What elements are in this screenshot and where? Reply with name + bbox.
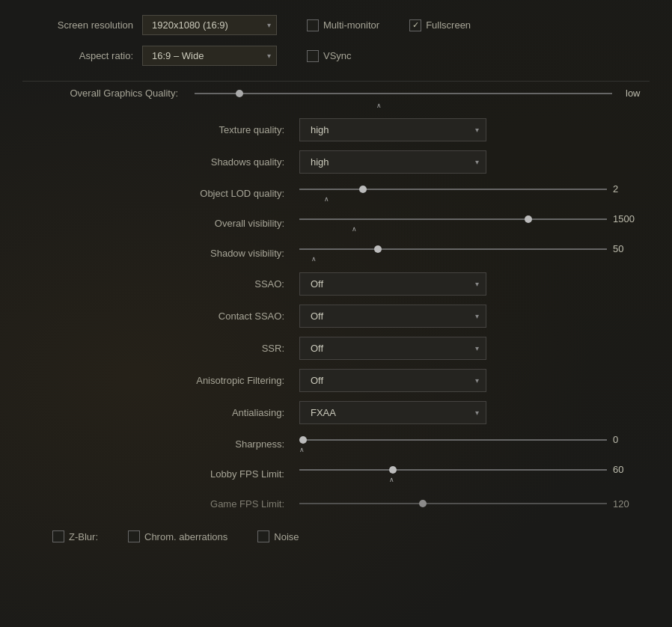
contact-ssao-label: Contact SSAO: <box>22 311 299 322</box>
chrom-aberrations-label: Chrom. aberrations <box>144 531 227 542</box>
antialiasing-row: Antialiasing: FXAA Off TAA MSAA 2x MSAA … <box>22 397 647 429</box>
shadows-quality-dropdown[interactable]: high low medium ultra <box>299 150 486 174</box>
vsync-label: VSync <box>323 50 352 61</box>
game-fps-slider[interactable] <box>299 503 607 504</box>
sharpness-control: 0 ∧ <box>299 434 647 453</box>
screen-resolution-row: Screen resolution 1920x1080 (16:9) ▾ Mul… <box>22 15 650 35</box>
ssr-dropdown-wrapper: Off Low Medium High ▾ <box>299 337 486 360</box>
multi-monitor-label: Multi-monitor <box>323 19 379 31</box>
bottom-checkboxes: Z-Blur: Chrom. aberrations Noise <box>22 522 650 548</box>
divider-top <box>22 81 650 82</box>
game-fps-limit-label: Game FPS Limit: <box>22 498 299 510</box>
overall-visibility-value: 1500 <box>613 213 647 224</box>
screen-resolution-dropdown-wrapper: 1920x1080 (16:9) ▾ <box>142 15 277 35</box>
sharpness-value: 0 <box>613 434 647 445</box>
anisotropic-filtering-row: Anisotropic Filtering: Off 2x 4x 8x 16x … <box>22 364 647 397</box>
ssao-label: SSAO: <box>22 278 299 290</box>
fullscreen-checkbox-wrapper: Fullscreen <box>409 19 471 31</box>
texture-quality-control: high low medium ultra ▾ <box>299 118 647 141</box>
shadow-visibility-caret-icon: ∧ <box>311 255 317 263</box>
multi-monitor-checkbox[interactable] <box>307 19 319 31</box>
shadows-quality-row: Shadows quality: high low medium ultra ▾ <box>22 146 647 178</box>
aspect-ratio-dropdown-wrapper: 16:9 – Wide ▾ <box>142 46 277 66</box>
sharpness-slider-wrapper: 0 ∧ <box>299 434 647 453</box>
chrom-aberrations-checkbox[interactable] <box>128 530 140 542</box>
overall-quality-slider[interactable] <box>195 93 612 94</box>
sharpness-label: Sharpness: <box>22 438 299 450</box>
sharpness-caret-icon: ∧ <box>299 446 305 453</box>
contact-ssao-dropdown[interactable]: Off Low Medium High <box>299 305 486 328</box>
anisotropic-filtering-dropdown[interactable]: Off 2x 4x 8x 16x <box>299 369 486 392</box>
noise-wrapper: Noise <box>257 530 299 542</box>
screen-resolution-label: Screen resolution <box>22 19 142 31</box>
antialiasing-dropdown[interactable]: FXAA Off TAA MSAA 2x MSAA 4x <box>299 401 486 424</box>
fullscreen-checkbox[interactable] <box>409 19 421 31</box>
lobby-fps-value: 60 <box>613 464 647 475</box>
lobby-fps-limit-row: Lobby FPS Limit: 60 ∧ <box>22 459 647 489</box>
contact-ssao-row: Contact SSAO: Off Low Medium High ▾ <box>22 300 647 332</box>
overall-quality-slider-track <box>195 93 612 94</box>
sharpness-slider-row: 0 <box>299 434 647 445</box>
overall-visibility-caret-icon: ∧ <box>352 225 357 233</box>
game-fps-limit-row: Game FPS Limit: 120 <box>22 489 647 519</box>
game-fps-slider-wrapper: 120 <box>299 498 647 510</box>
overall-visibility-slider-row: 1500 <box>299 213 647 224</box>
vsync-checkbox[interactable] <box>307 50 319 62</box>
settings-scroll-area[interactable]: Texture quality: high low medium ultra ▾… <box>22 114 650 519</box>
object-lod-caret-icon: ∧ <box>324 195 329 203</box>
object-lod-quality-label: Object LOD quality: <box>22 188 299 199</box>
anisotropic-filtering-dropdown-wrapper: Off 2x 4x 8x 16x ▾ <box>299 369 486 392</box>
aspect-ratio-row: Aspect ratio: 16:9 – Wide ▾ VSync <box>22 46 650 66</box>
sharpness-slider[interactable] <box>299 439 607 441</box>
sharpness-row: Sharpness: 0 ∧ <box>22 429 647 459</box>
overall-quality-caret: ∧ <box>376 102 382 109</box>
ssao-dropdown[interactable]: Off Low Medium High <box>299 272 486 296</box>
shadow-visibility-control: 50 ∧ <box>299 243 647 263</box>
overall-visibility-label: Overall visibility: <box>22 218 299 229</box>
shadow-visibility-row: Shadow visibility: 50 ∧ <box>22 238 647 268</box>
shadow-visibility-slider-wrapper: 50 ∧ <box>299 243 647 263</box>
fullscreen-label: Fullscreen <box>426 19 471 31</box>
vsync-checkbox-wrapper: VSync <box>307 50 352 62</box>
object-lod-slider-row: 2 <box>299 183 647 195</box>
overall-quality-row: Overall Graphics Quality: low <box>22 88 650 99</box>
z-blur-checkbox[interactable] <box>52 530 64 542</box>
texture-quality-dropdown[interactable]: high low medium ultra <box>299 118 486 141</box>
noise-checkbox[interactable] <box>257 530 269 542</box>
texture-quality-row: Texture quality: high low medium ultra ▾ <box>22 114 647 146</box>
shadow-visibility-value: 50 <box>613 243 647 254</box>
overall-quality-value: low <box>620 88 650 99</box>
lobby-fps-caret-icon: ∧ <box>389 476 394 483</box>
object-lod-slider-wrapper: 2 ∧ <box>299 183 647 203</box>
game-fps-slider-row: 120 <box>299 498 647 510</box>
ssr-label: SSR: <box>22 343 299 354</box>
settings-panel: Screen resolution 1920x1080 (16:9) ▾ Mul… <box>0 0 672 556</box>
ssr-dropdown[interactable]: Off Low Medium High <box>299 337 486 360</box>
z-blur-label: Z-Blur: <box>69 531 98 542</box>
top-section: Screen resolution 1920x1080 (16:9) ▾ Mul… <box>22 15 650 66</box>
object-lod-caret-row: ∧ <box>299 195 647 203</box>
antialiasing-dropdown-wrapper: FXAA Off TAA MSAA 2x MSAA 4x ▾ <box>299 401 486 424</box>
object-lod-value: 2 <box>613 183 647 195</box>
lobby-fps-slider[interactable] <box>299 469 607 471</box>
aspect-ratio-dropdown[interactable]: 16:9 – Wide <box>142 46 277 66</box>
anisotropic-filtering-control: Off 2x 4x 8x 16x ▾ <box>299 369 647 392</box>
lobby-fps-slider-row: 60 <box>299 464 647 475</box>
overall-quality-label: Overall Graphics Quality: <box>22 88 187 99</box>
texture-quality-label: Texture quality: <box>22 124 299 135</box>
shadow-visibility-slider[interactable] <box>299 248 607 250</box>
ssr-row: SSR: Off Low Medium High ▾ <box>22 332 647 364</box>
object-lod-quality-row: Object LOD quality: 2 ∧ <box>22 178 647 208</box>
shadow-visibility-label: Shadow visibility: <box>22 248 299 259</box>
screen-resolution-dropdown[interactable]: 1920x1080 (16:9) <box>142 15 277 35</box>
shadows-quality-dropdown-wrapper: high low medium ultra ▾ <box>299 150 486 174</box>
multi-monitor-checkbox-wrapper: Multi-monitor <box>307 19 379 31</box>
object-lod-slider[interactable] <box>299 189 607 190</box>
antialiasing-control: FXAA Off TAA MSAA 2x MSAA 4x ▾ <box>299 401 647 424</box>
antialiasing-label: Antialiasing: <box>22 407 299 418</box>
overall-visibility-slider[interactable] <box>299 218 607 220</box>
aspect-ratio-label: Aspect ratio: <box>22 50 142 61</box>
noise-label: Noise <box>274 531 299 542</box>
game-fps-value: 120 <box>613 498 647 510</box>
ssao-control: Off Low Medium High ▾ <box>299 272 647 296</box>
